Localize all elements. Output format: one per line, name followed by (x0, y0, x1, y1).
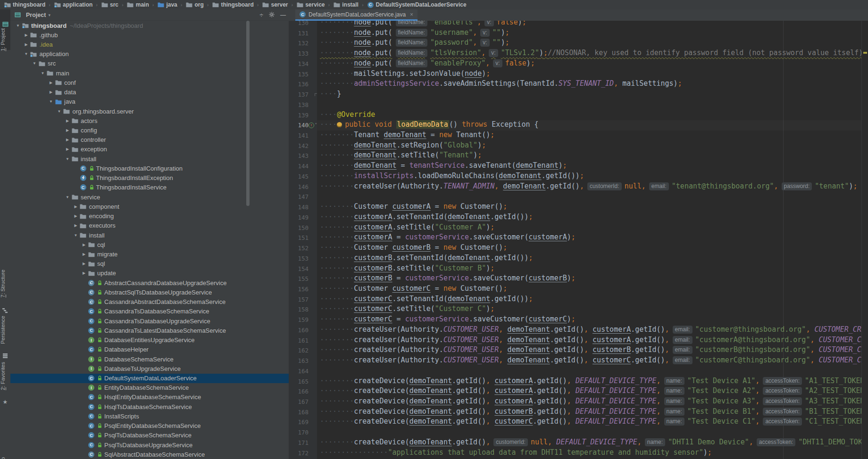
star-icon[interactable]: ★ (2, 399, 8, 405)
project-tool-icon[interactable] (2, 21, 8, 27)
tree-item[interactable]: CPsqlEntityDatabaseSchemaService (10, 421, 289, 431)
tree-item[interactable]: ▶actors (10, 116, 289, 125)
breadcrumb-item[interactable]: service (296, 1, 325, 8)
breadcrumb-item[interactable]: install (333, 1, 359, 8)
chevron-expanded-icon[interactable]: ▼ (72, 233, 80, 238)
tree-item[interactable]: CSqlAbstractDatabaseSchemaService (10, 450, 289, 459)
chevron-collapsed-icon[interactable]: ▶ (64, 128, 71, 132)
tree-item[interactable]: CHsqlTsDatabaseSchemaService (10, 402, 289, 411)
chevron-collapsed-icon[interactable]: ▶ (47, 90, 55, 94)
chevron-expanded-icon[interactable]: ▼ (39, 71, 47, 75)
chevron-collapsed-icon[interactable]: ▶ (23, 42, 30, 47)
breadcrumb-item[interactable]: CDefaultSystemDataLoaderService (367, 1, 467, 8)
chevron-collapsed-icon[interactable]: ▶ (23, 33, 30, 37)
tree-item[interactable]: ▶conf (10, 78, 289, 87)
tree-item-selected[interactable]: CDefaultSystemDataLoaderService (10, 374, 289, 383)
tree-item[interactable]: IDatabaseEntitiesUpgradeService (10, 336, 289, 345)
breadcrumb-item[interactable]: thingsboard (4, 1, 45, 8)
tree-item[interactable]: ▼org.thingsboard.server (10, 107, 289, 116)
chevron-expanded-icon[interactable]: ▼ (14, 24, 22, 28)
tree-item[interactable]: ▶.idea (10, 40, 289, 49)
tree-item[interactable]: ▶component (10, 202, 289, 211)
tree-item[interactable]: ▶.github (10, 30, 289, 40)
tree-item[interactable]: ▶migrate (10, 250, 289, 259)
tree-item[interactable]: CDatabaseHelper (10, 345, 289, 354)
chevron-collapsed-icon[interactable]: ▶ (47, 81, 55, 85)
chevron-collapsed-icon[interactable]: ▶ (80, 252, 88, 256)
breadcrumb-item[interactable]: java (157, 1, 177, 8)
tree-item[interactable]: CCassandraTsLatestDatabaseSchemaService (10, 326, 289, 335)
tree-item[interactable]: ▶config (10, 126, 289, 135)
chevron-expanded-icon[interactable]: ▼ (47, 99, 55, 104)
tree-item[interactable]: ▶encoding (10, 212, 289, 221)
tree-item[interactable]: ▶update (10, 269, 289, 278)
tree-item[interactable]: ▼java (10, 97, 289, 107)
editor-scrollbar[interactable] (861, 21, 868, 459)
tree-item[interactable]: IDatabaseSchemaService (10, 354, 289, 364)
breadcrumb-item[interactable]: src (101, 1, 118, 8)
tree-item[interactable]: CCassandraTsDatabaseSchemaService (10, 307, 289, 316)
tree-item[interactable]: ▶cql (10, 240, 289, 249)
tree-item[interactable]: ▼thingsboard~/IdeaProjects/thingsboard (10, 21, 289, 30)
tool-button-persistence[interactable]: Persistence (0, 316, 10, 344)
tree-item[interactable]: CInstallScripts (10, 411, 289, 421)
tree-item[interactable]: ▼main (10, 68, 289, 78)
chevron-expanded-icon[interactable]: ▼ (23, 52, 30, 56)
tree-item[interactable]: CPsqlTsDatabaseSchemaService (10, 431, 289, 440)
tree-item[interactable]: ▶exception (10, 145, 289, 154)
settings-gear-icon[interactable] (269, 12, 275, 18)
structure-tool-icon[interactable] (2, 307, 8, 314)
breadcrumb-item[interactable]: thingsboard (212, 1, 253, 8)
collapse-all-icon[interactable]: ÷ (259, 12, 263, 18)
chevron-collapsed-icon[interactable]: ▶ (64, 119, 71, 123)
chevron-collapsed-icon[interactable]: ▶ (72, 214, 80, 218)
chevron-expanded-icon[interactable]: ▼ (56, 109, 63, 114)
tree-item[interactable]: ▼application (10, 49, 289, 59)
tool-button-structure[interactable]: 7: Structure (0, 270, 10, 297)
tree-item[interactable]: ▼src (10, 59, 289, 68)
intention-bulb-icon[interactable] (337, 122, 342, 127)
chevron-collapsed-icon[interactable]: ▶ (72, 223, 80, 228)
chevron-collapsed-icon[interactable]: ▶ (80, 271, 88, 275)
tool-button-favorites[interactable]: 2: Favorites (0, 362, 10, 390)
persistence-tool-icon[interactable] (2, 352, 8, 359)
tree-item[interactable]: CAbstractSqlTsDatabaseUpgradeService (10, 287, 289, 297)
chevron-down-icon[interactable]: ▾ (48, 13, 50, 17)
chevron-expanded-icon[interactable]: ▼ (31, 61, 38, 66)
chevron-expanded-icon[interactable]: ▼ (64, 157, 71, 161)
tree-item[interactable]: CHsqlEntityDatabaseSchemaService (10, 393, 289, 402)
editor-code-area[interactable]: ········node.put(fieldName:"enableTls",v… (317, 21, 861, 459)
chevron-collapsed-icon[interactable]: ▶ (80, 262, 88, 266)
overriding-method-icon[interactable]: ↑ (309, 123, 314, 128)
tree-item[interactable]: CAbstractCassandraDatabaseUpgradeService (10, 278, 289, 287)
chevron-collapsed-icon[interactable]: ▶ (72, 205, 80, 209)
tree-item[interactable]: CThingsboardInstallService (10, 183, 289, 192)
tree-item[interactable]: ▼install (10, 154, 289, 164)
breadcrumb-item[interactable]: org (185, 1, 203, 8)
breadcrumb-item[interactable]: server (262, 1, 288, 8)
tool-button-project[interactable]: 1: Project (0, 28, 10, 51)
tree-item[interactable]: ▶data (10, 88, 289, 97)
tree-item[interactable]: ThingsboardInstallException (10, 173, 289, 183)
warning-stripe-mark[interactable] (863, 52, 867, 54)
tree-item[interactable]: IDatabaseTsUpgradeService (10, 364, 289, 373)
chevron-collapsed-icon[interactable]: ▶ (80, 243, 88, 247)
tree-item[interactable]: CThingsboardInstallConfiguration (10, 164, 289, 173)
chevron-expanded-icon[interactable]: ▼ (64, 195, 71, 199)
tree-item[interactable]: ▼service (10, 192, 289, 202)
breadcrumb-item[interactable]: main (127, 1, 149, 8)
breadcrumb-item[interactable]: application (54, 1, 92, 8)
tool-button-web[interactable]: Web (0, 457, 10, 459)
tree-item[interactable]: CCassandraTsDatabaseUpgradeService (10, 316, 289, 326)
tree-item[interactable]: ▶executors (10, 221, 289, 230)
hide-panel-icon[interactable]: — (280, 12, 286, 18)
close-icon[interactable]: × (410, 11, 413, 18)
tree-item[interactable]: IEntityDatabaseSchemaService (10, 383, 289, 393)
tree-item[interactable]: ▶controller (10, 135, 289, 145)
tree-item[interactable]: ▶sql (10, 259, 289, 269)
tree-item[interactable]: CCassandraAbstractDatabaseSchemaService (10, 297, 289, 307)
tree-item[interactable]: CPsqlTsDatabaseUpgradeService (10, 440, 289, 450)
tree-item[interactable]: ▼install (10, 230, 289, 240)
chevron-collapsed-icon[interactable]: ▶ (64, 147, 71, 151)
chevron-collapsed-icon[interactable]: ▶ (64, 138, 71, 142)
